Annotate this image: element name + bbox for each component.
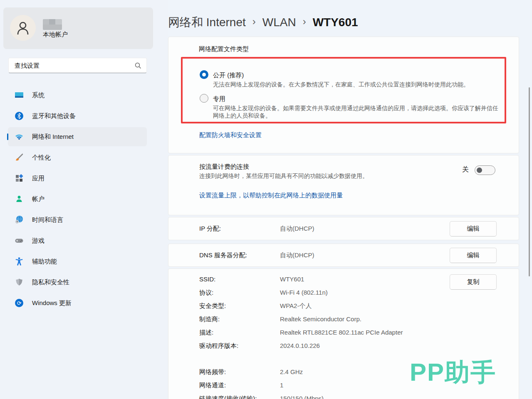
security-type-value: WPA2-个人 [280,302,312,310]
manufacturer-label: 制造商: [199,315,220,323]
sidebar-item-apps[interactable]: 应用 [8,169,147,188]
link-speed-value: 150/150 (Mbps) [280,395,324,399]
description-value: Realtek RTL8821CE 802.11ac PCIe Adapter [280,329,403,336]
search-box[interactable] [8,58,147,73]
firewall-settings-link[interactable]: 配置防火墙和安全设置 [199,131,262,139]
ssid-value: WTY601 [280,276,304,283]
censored-username [43,19,62,30]
sidebar-item-label: 应用 [32,175,45,182]
dns-assignment-value: 自动(DHCP) [280,251,314,259]
sidebar-item-gaming[interactable]: 游戏 [8,231,147,250]
data-limit-link[interactable]: 设置流量上限，以帮助控制在此网络上的数据使用量 [199,192,343,200]
protocol-label: 协议: [199,289,213,297]
privacy-icon [15,278,24,287]
network-band-value: 2.4 GHz [280,368,303,375]
gaming-icon [15,236,24,245]
breadcrumb-wlan[interactable]: WLAN [262,16,296,29]
chevron-right-icon: › [303,16,306,27]
pp-assistant-watermark: PP助手 [410,356,496,389]
sidebar-item-label: 时间和语言 [32,216,63,224]
personalization-icon [15,153,24,162]
system-icon [15,91,24,100]
user-profile-card[interactable]: 本地帐户 [3,7,153,49]
dns-assignment-label: DNS 服务器分配: [199,251,247,259]
breadcrumb: 网络和 Internet › WLAN › WTY601 [168,14,358,31]
network-profile-heading: 网络配置文件类型 [199,45,249,53]
apps-icon [15,174,24,183]
person-icon [15,20,31,36]
avatar [10,15,36,41]
radio-private-label[interactable]: 专用 [213,95,225,103]
search-icon[interactable] [135,62,141,69]
sidebar-item-bluetooth[interactable]: 蓝牙和其他设备 [8,106,147,126]
sidebar-item-system[interactable]: 系统 [8,86,147,105]
sidebar-nav: 系统 蓝牙和其他设备 网络和 Internet [8,86,147,314]
radio-private-description: 可在网络上发现你的设备。如果需要文件共享或使用通过此网络通信的应用，请选择此选项… [213,104,500,119]
windows-update-icon: ⟳ [15,298,24,308]
vertical-scrollbar[interactable] [529,87,530,276]
breadcrumb-current-page: WTY601 [313,16,358,29]
radio-private[interactable] [200,94,208,103]
sidebar-item-network[interactable]: 网络和 Internet [8,127,147,146]
sidebar-item-label: 隐私和安全性 [32,278,69,286]
dns-edit-button[interactable]: 编辑 [450,248,497,263]
chevron-right-icon: › [252,16,256,27]
toggle-state-label: 关 [462,165,469,174]
dns-assignment-row: DNS 服务器分配: 自动(DHCP) 编辑 [168,244,519,267]
sidebar-item-windows-update[interactable]: ⟳ Windows 更新 [8,293,147,313]
ip-edit-button[interactable]: 编辑 [450,221,497,236]
sidebar-item-accessibility[interactable]: 辅助功能 [8,252,147,271]
sidebar-item-label: 个性化 [32,154,51,162]
sidebar-item-label: 蓝牙和其他设备 [32,112,76,120]
ip-assignment-value: 自动(DHCP) [280,225,314,233]
sidebar-item-label: 辅助功能 [32,258,57,266]
sidebar-item-label: 系统 [32,91,45,99]
bluetooth-icon [15,111,24,121]
description-label: 描述: [199,329,213,337]
breadcrumb-network-internet[interactable]: 网络和 Internet [168,15,246,30]
network-band-label: 网络频带: [199,368,226,376]
network-profile-card: 网络配置文件类型 公开 (推荐) 无法在网络上发现你的设备。在大多数情况下，在家… [168,37,519,153]
ssid-label: SSID: [199,276,215,283]
sidebar-item-privacy[interactable]: 隐私和安全性 [8,273,147,292]
network-channel-label: 网络通道: [199,382,226,389]
account-type-label: 本地帐户 [43,31,68,39]
sidebar-item-label: 网络和 Internet [32,133,74,141]
security-type-label: 安全类型: [199,302,226,310]
active-indicator [7,133,8,140]
metered-connection-description: 连接到此网络时，某些应用可能具有不同的功能以减少数据使用。 [199,172,368,180]
sidebar-item-accounts[interactable]: 帐户 [8,190,147,209]
search-input[interactable] [9,62,135,69]
protocol-value: Wi-Fi 4 (802.11n) [280,289,328,296]
ip-assignment-label: IP 分配: [199,225,221,233]
network-channel-value: 1 [280,382,283,389]
ip-assignment-row: IP 分配: 自动(DHCP) 编辑 [168,217,519,240]
driver-version-value: 2024.0.10.226 [280,342,320,349]
sidebar-item-label: Windows 更新 [32,299,72,307]
radio-public[interactable] [200,70,208,79]
metered-connection-title: 按流量计费的连接 [199,163,249,171]
radio-public-description: 无法在网络上发现你的设备。在大多数情况下，在家庭、工作或公共位置连接到网络时使用… [213,81,500,88]
sidebar-item-label: 帐户 [32,195,45,203]
sidebar-item-personalization[interactable]: 个性化 [8,148,147,167]
sidebar-item-time-language[interactable]: 时间和语言 [8,210,147,229]
radio-public-label[interactable]: 公开 (推荐) [213,71,244,79]
toggle-knob [477,167,482,173]
link-speed-label: 链接速度(接收/传输): [199,395,257,399]
copy-button[interactable]: 复制 [450,274,497,290]
settings-sidebar: 本地帐户 系统 [0,0,168,399]
manufacturer-value: Realtek Semiconductor Corp. [280,315,361,323]
time-language-icon [15,215,24,224]
sidebar-item-label: 游戏 [32,237,45,245]
accounts-icon [15,195,24,204]
accessibility-icon [15,257,24,266]
network-icon [15,132,24,141]
driver-version-label: 驱动程序版本: [199,342,238,350]
metered-connection-toggle[interactable] [475,165,495,175]
metered-connection-card: 按流量计费的连接 连接到此网络时，某些应用可能具有不同的功能以减少数据使用。 关… [168,155,519,215]
